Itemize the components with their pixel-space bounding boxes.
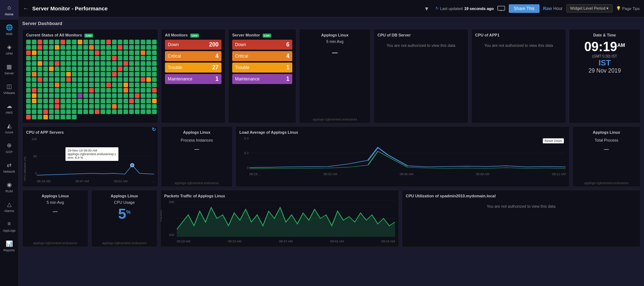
monitor-dot [123, 66, 128, 71]
monitor-dot [72, 109, 77, 114]
server-monitor-card[interactable]: Server Monitor Live Down 6 Critical 4 Tr… [228, 29, 296, 123]
sidebar-label-gcp: GCP [6, 150, 13, 154]
monitor-dot [112, 93, 117, 98]
chart-tooltip: 29-Nov-19 09:00 AM applogs-2gbramtest.en… [65, 147, 118, 161]
monitor-dot [141, 61, 145, 66]
monitor-dot [89, 45, 94, 50]
applogs-linux-1-value: – [303, 46, 367, 58]
monitor-dot [141, 72, 145, 77]
monitor-dot [141, 83, 145, 87]
server-maintenance-row[interactable]: Maintenance 1 [232, 74, 292, 84]
monitor-dot [32, 61, 36, 66]
server-critical-row[interactable]: Critical 4 [232, 51, 292, 61]
monitor-dot [43, 109, 48, 114]
monitor-dot [123, 88, 128, 93]
monitor-dot [49, 109, 54, 114]
monitor-dot [152, 45, 157, 50]
sidebar-item-azure[interactable]: ◭ Azure [0, 118, 18, 138]
monitor-dot [60, 109, 65, 114]
load-chart-svg-container: Reset Zoom [249, 137, 566, 169]
azure-icon: ◭ [5, 122, 13, 129]
sidebar-item-gcp[interactable]: ⊕ GCP [0, 138, 18, 157]
svg-marker-13 [177, 207, 395, 237]
monitor-dot [38, 56, 42, 60]
monitor-dot [43, 115, 48, 119]
monitor-dot [38, 40, 42, 44]
applogs-linux-2-subtitle: Process Instances [165, 138, 229, 142]
monitor-dot [112, 77, 117, 82]
sidebar-item-apm[interactable]: ◈ APM [0, 39, 18, 59]
reset-zoom-button[interactable]: Reset Zoom [543, 138, 564, 143]
applogs-5min-title: Applogs Linux [26, 194, 84, 198]
monitor-dot [55, 72, 59, 77]
widget-period-button[interactable]: Widget Level Period ▾ [566, 4, 613, 13]
monitor-dot [146, 77, 151, 82]
monitor-dot [135, 83, 140, 87]
monitor-dot [101, 93, 105, 98]
sidebar-item-alarms[interactable]: △ Alarms [0, 197, 18, 216]
monitor-dot [60, 45, 65, 50]
all-monitors-card[interactable]: All Monitors Live Down 200 Critical 4 Tr… [161, 29, 225, 123]
all-monitors-maintenance-row[interactable]: Maintenance 1 [165, 74, 221, 84]
load-x-axis: 08:19 ...08:32 AM08:45 AM08:58 AM09:11 A… [249, 172, 566, 176]
chart-refresh-button[interactable]: ↻ [152, 127, 156, 132]
all-monitors-down-row[interactable]: Down 200 [165, 40, 221, 50]
reports-icon: 📊 [5, 240, 13, 247]
monitor-dot [38, 88, 42, 93]
all-monitors-live-badge: Live [190, 34, 199, 38]
monitor-dot [152, 77, 157, 82]
monitor-dot [49, 61, 54, 66]
hour-button[interactable]: Hour [553, 6, 563, 11]
monitor-dot [38, 83, 42, 87]
critical-count: 4 [215, 53, 219, 59]
sidebar-item-network[interactable]: ⇄ Network [0, 157, 18, 177]
monitor-dot [158, 93, 158, 98]
monitor-dot [118, 56, 122, 60]
back-button[interactable]: ← [23, 5, 29, 12]
monitor-dot [95, 99, 99, 103]
monitor-dot [95, 109, 99, 114]
all-monitors-critical-row[interactable]: Critical 4 [165, 51, 221, 61]
monitor-dot [95, 40, 99, 44]
monitor-dot [152, 40, 157, 44]
page-title: Server Monitor - Performance [32, 5, 421, 11]
home-icon: ⌂ [5, 4, 13, 11]
monitor-dot [141, 93, 145, 98]
monitor-dot [60, 104, 65, 109]
sidebar-label-aws: AWS [5, 111, 13, 114]
monitor-dot [78, 83, 82, 87]
cpu-app1-card: CPU of APP1 You are not authorized to vi… [471, 29, 566, 123]
monitor-dot [55, 61, 59, 66]
all-monitors-trouble-row[interactable]: Trouble 27 [165, 63, 221, 73]
monitor-dot [89, 50, 94, 55]
monitor-dot [135, 88, 140, 93]
sidebar-item-server[interactable]: ▦ Server [0, 59, 18, 79]
monitor-dot [43, 61, 48, 66]
sidebar-item-reports[interactable]: 📊 Reports [0, 236, 18, 256]
sidebar-item-applogs[interactable]: ≡ AppLogs [0, 216, 18, 236]
sidebar-item-aws[interactable]: ☁ AWS [0, 98, 18, 118]
rum-icon: ◉ [5, 181, 13, 188]
sidebar-item-web[interactable]: 🌐 Web [0, 20, 18, 39]
server-trouble-row[interactable]: Trouble 1 [232, 63, 292, 73]
raw-button[interactable]: Raw [543, 6, 552, 11]
monitor-dot [152, 109, 157, 114]
sidebar-label-apm: APM [6, 52, 13, 55]
monitor-dot [26, 50, 31, 55]
sidebar-item-home[interactable]: ⌂ Home [0, 0, 18, 20]
monitor-dot [32, 45, 36, 50]
page-tips-button[interactable]: 💡 Page Tips [616, 6, 640, 11]
monitor-dot [78, 99, 82, 103]
applogs-linux-2-title: Applogs Linux [165, 130, 229, 134]
monitor-dot [95, 72, 99, 77]
monitor-dot [135, 72, 140, 77]
monitor-dot [43, 40, 48, 44]
critical-label: Critical [168, 54, 181, 59]
sidebar-item-rum[interactable]: ◉ RUM [0, 177, 18, 197]
monitor-dot [78, 56, 82, 60]
title-dropdown-button[interactable]: ▾ [425, 5, 428, 13]
share-button[interactable]: Share This [509, 4, 540, 13]
sidebar-item-vmware[interactable]: ◫ VMware [0, 79, 18, 98]
monitor-dot [135, 66, 140, 71]
server-down-row[interactable]: Down 6 [232, 40, 292, 50]
